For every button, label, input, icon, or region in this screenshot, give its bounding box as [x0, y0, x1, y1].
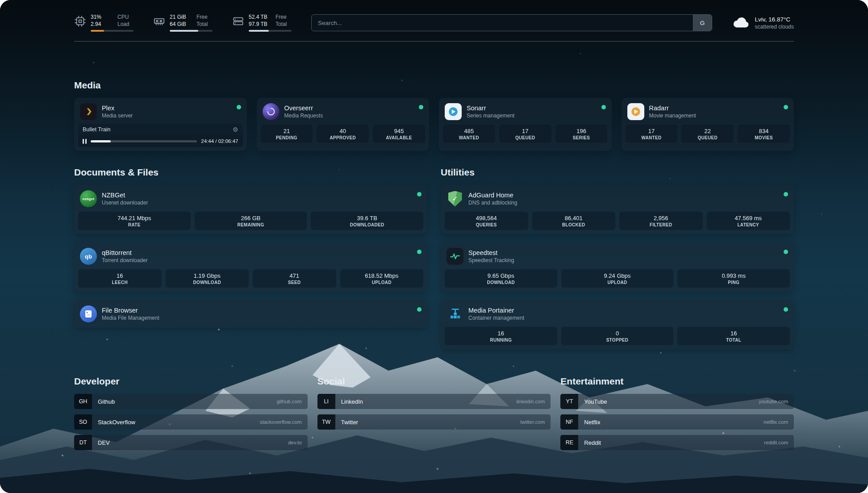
status-dot: [417, 250, 421, 254]
memory-total: 64 GiB: [170, 21, 191, 28]
status-dot: [784, 192, 788, 196]
memory-label-2: Total: [196, 21, 208, 28]
memory-progress-bar: [170, 30, 213, 32]
service-card-nzbget[interactable]: nzbget NZBGet Usenet downloader 744.21 M…: [74, 185, 427, 234]
disk-progress-bar: [249, 30, 292, 32]
service-card-plex[interactable]: Plex Media server Bullet Train ⚙: [74, 98, 247, 151]
bookmark-dev[interactable]: DT DEV dev.to: [74, 435, 308, 450]
bookmark-abbr: YT: [560, 394, 578, 409]
app-window: 31%CPU 2.94Load 21 GiBFree 64 GiBTotal: [0, 0, 868, 493]
cloud-icon: [732, 13, 751, 32]
service-card-portainer[interactable]: Media Portainer Container management 16R…: [441, 300, 794, 349]
utilities-section: Utilities ✓ AdGuard Home DNS and adblock…: [441, 167, 794, 349]
cpu-load: 2.94: [91, 21, 112, 28]
bookmark-abbr: SO: [74, 414, 92, 430]
bookmark-domain: twitter.com: [520, 419, 545, 425]
service-title: qBittorrent: [102, 249, 412, 257]
stat-wanted: 485WANTED: [443, 125, 495, 143]
disk-widget: 52.4 TBFree 97.9 TBTotal: [232, 14, 292, 31]
service-subtitle: Series management: [467, 113, 597, 119]
service-card-filebrowser[interactable]: File Browser Media File Management: [74, 300, 427, 328]
status-dot: [784, 250, 788, 254]
gear-icon[interactable]: ⚙: [233, 126, 238, 133]
weather-widget: Lviv, 16.87°C scattered clouds: [732, 13, 794, 32]
cpu-label-1: CPU: [117, 14, 129, 21]
memory-label-1: Free: [196, 14, 208, 21]
stat-ping: 0.993 msPING: [677, 269, 790, 288]
bookmark-domain: youtube.com: [759, 399, 788, 404]
bookmark-abbr: GH: [74, 394, 92, 409]
stat-remaining: 266 GBREMAINING: [195, 212, 307, 230]
stat-seed: 471SEED: [253, 269, 336, 288]
overseerr-icon: [263, 103, 280, 120]
bookmark-abbr: TW: [317, 414, 335, 430]
stat-upload: 618.52 MbpsUPLOAD: [340, 269, 424, 288]
bookmark-domain: github.com: [276, 399, 301, 404]
social-bookmarks: Social LI LinkedIn linkedin.com TW Twitt…: [317, 376, 551, 455]
bookmark-stackoverflow[interactable]: SO StackOverflow stackoverflow.com: [74, 414, 308, 430]
service-card-overseerr[interactable]: Overseerr Media Requests 21PENDING 40APP…: [257, 98, 430, 151]
stat-rate: 744.21 MbpsRATE: [78, 212, 191, 230]
service-title: Sonarr: [467, 104, 597, 112]
search-input[interactable]: [312, 15, 693, 31]
service-title: AdGuard Home: [468, 192, 779, 199]
service-subtitle: Usenet downloader: [102, 200, 412, 206]
disk-icon: [232, 15, 244, 27]
service-title: Radarr: [649, 104, 779, 112]
bookmark-name: LinkedIn: [341, 398, 363, 405]
bookmark-name: Twitter: [341, 419, 358, 426]
service-card-sonarr[interactable]: Sonarr Series management 485WANTED 17QUE…: [439, 98, 612, 151]
section-title-documents: Documents & Files: [74, 167, 427, 178]
service-subtitle: Speedtest Tracking: [468, 257, 779, 263]
stat-download: 9.65 GbpsDOWNLOAD: [445, 269, 557, 288]
search-provider-button[interactable]: G: [693, 15, 712, 31]
memory-free: 21 GiB: [170, 14, 191, 21]
search-bar: G: [311, 14, 712, 31]
stat-available: 945AVAILABLE: [373, 125, 425, 143]
service-subtitle: Media Requests: [284, 113, 414, 119]
stat-stopped: 0STOPPED: [561, 327, 674, 345]
section-title-developer: Developer: [74, 376, 308, 387]
cpu-widget: 31%CPU 2.94Load: [74, 14, 134, 31]
bookmark-name: Netflix: [584, 419, 600, 426]
bookmark-name: Github: [98, 398, 115, 405]
service-card-adguard[interactable]: ✓ AdGuard Home DNS and adblocking 498,56…: [441, 185, 794, 234]
pause-icon: [83, 139, 87, 144]
bookmark-youtube[interactable]: YT YouTube youtube.com: [560, 394, 794, 409]
service-subtitle: Media File Management: [102, 315, 412, 321]
status-dot: [417, 307, 421, 312]
service-subtitle: Media server: [102, 113, 232, 119]
status-dot: [784, 307, 788, 312]
status-dot: [419, 105, 423, 109]
bookmark-abbr: LI: [317, 394, 335, 409]
service-title: Media Portainer: [468, 307, 779, 314]
bookmark-domain: stackoverflow.com: [260, 419, 302, 425]
service-card-qbittorrent[interactable]: qb qBittorrent Torrent downloader 16LEEC…: [74, 242, 427, 292]
bookmark-domain: dev.to: [288, 440, 301, 445]
service-card-radarr[interactable]: Radarr Movie management 17WANTED 22QUEUE…: [622, 98, 794, 151]
bookmark-reddit[interactable]: RE Reddit reddit.com: [560, 435, 794, 450]
service-card-speedtest[interactable]: Speedtest Speedtest Tracking 9.65 GbpsDO…: [441, 242, 794, 292]
playback-time: 24:44 / 02:06:47: [201, 138, 238, 144]
bookmark-twitter[interactable]: TW Twitter twitter.com: [317, 414, 551, 430]
stat-queries: 498,564QUERIES: [445, 212, 528, 230]
bookmark-domain: reddit.com: [764, 440, 788, 445]
service-subtitle: Torrent downloader: [102, 257, 412, 263]
stat-queued: 22QUEUED: [681, 125, 734, 143]
service-title: Speedtest: [468, 249, 779, 257]
service-title: NZBGet: [102, 192, 412, 199]
bookmark-github[interactable]: GH Github github.com: [74, 394, 308, 409]
stat-series: 196SERIES: [555, 125, 608, 143]
service-subtitle: Movie management: [649, 113, 779, 119]
playback-progress-bar: [91, 140, 197, 142]
bookmark-abbr: RE: [560, 435, 578, 450]
bookmark-abbr: DT: [74, 435, 92, 450]
service-title: File Browser: [102, 307, 412, 314]
memory-icon: [153, 15, 165, 27]
speedtest-icon: [447, 248, 463, 265]
bookmark-netflix[interactable]: NF Netflix netflix.com: [560, 414, 794, 430]
bookmark-linkedin[interactable]: LI LinkedIn linkedin.com: [317, 394, 551, 409]
stat-queued: 17QUEUED: [499, 125, 551, 143]
disk-total: 97.9 TB: [249, 21, 270, 28]
section-title-social: Social: [317, 376, 551, 387]
